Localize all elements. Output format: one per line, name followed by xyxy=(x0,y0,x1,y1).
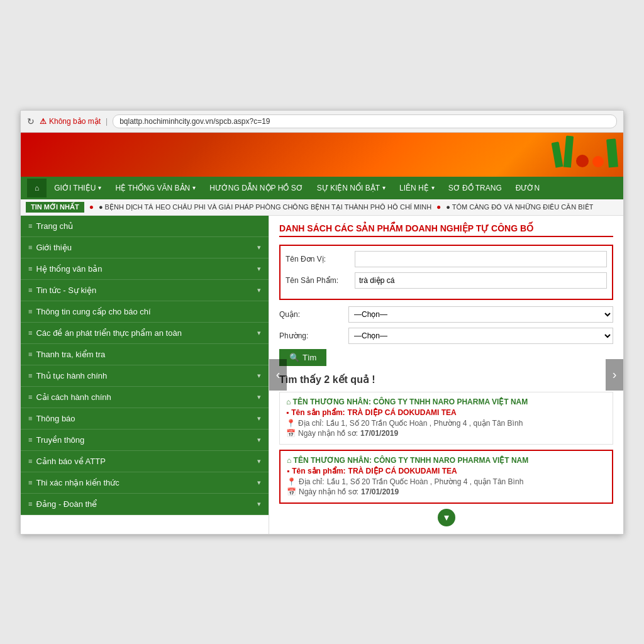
sidebar-item-truyen-thong[interactable]: ≡ Truyền thông ▾ xyxy=(21,430,269,451)
sidebar-item-cai-cach[interactable]: ≡ Cải cách hành chính ▾ xyxy=(21,387,269,408)
expand-arrow-icon: ▾ xyxy=(257,372,261,380)
sidebar-item-thu-tuc[interactable]: ≡ Thủ tục hành chính ▾ xyxy=(21,365,269,387)
sidebar-item-gioi-thieu[interactable]: ≡ Giới thiệu ▾ xyxy=(21,237,269,258)
refresh-button[interactable]: ↻ xyxy=(27,116,35,126)
home-icon-result: ⌂ xyxy=(286,397,293,406)
nav-label: SỰ KIỆN NỔI BẬT xyxy=(317,184,380,192)
sidebar-item-thong-bao[interactable]: ≡ Thông báo ▾ xyxy=(21,408,269,430)
result-date-1: 📅 Ngày nhận hồ sơ: 17/01/2019 xyxy=(286,429,606,438)
result-merchant-2: ⌂ TÊN THƯƠNG NHÂN: CÔNG TY TNHH NARO PHA… xyxy=(287,456,606,465)
sidebar-item-label: Thủ tục hành chính xyxy=(36,371,107,380)
quan-label: Quận: xyxy=(279,310,348,319)
sidebar-item-canh-bao[interactable]: ≡ Cảnh báo về ATTP ▾ xyxy=(21,451,269,472)
merchant-name-2: CÔNG TY TNHH NARO PHARMA VIỆT NAM xyxy=(374,456,528,465)
nav-bar: ⌂ GIỚI THIỆU ▾ HỆ THỐNG VĂN BẢN ▾ HƯỚNG … xyxy=(21,177,623,199)
sidebar-item-label: Thông báo xyxy=(36,414,75,423)
date-value-2: 17/01/2019 xyxy=(361,487,399,496)
nav-arrow: ▾ xyxy=(431,184,435,191)
sidebar-item-thi-xac-nhan[interactable]: ≡ Thi xác nhận kiến thức ▾ xyxy=(21,472,269,494)
nav-he-thong-van-ban[interactable]: HỆ THỐNG VĂN BẢN ▾ xyxy=(109,179,202,197)
product-icon-2: ▪ xyxy=(287,467,289,475)
result-address-1: 📍 Địa chỉ: Lầu 1, Số 20 Trần Quốc Hoàn ,… xyxy=(286,419,606,428)
menu-icon: ≡ xyxy=(28,414,32,422)
nav-label: GIỚI THIỆU xyxy=(54,184,96,192)
nav-home[interactable]: ⌂ xyxy=(27,179,47,197)
phuong-select[interactable]: —Chọn— xyxy=(348,328,613,344)
nav-lien-he[interactable]: LIÊN HỆ ▾ xyxy=(393,179,441,197)
menu-icon: ≡ xyxy=(28,243,32,251)
sidebar-item-left: ≡ Truyền thông xyxy=(28,435,84,445)
sidebar-item-left: ≡ Các đề án phát triển thực phẩm an toàn xyxy=(28,328,182,338)
expand-arrow-icon: ▾ xyxy=(257,265,261,273)
sidebar-item-tin-tuc[interactable]: ≡ Tin tức - Sự kiện ▾ xyxy=(21,280,269,301)
sidebar-item-label: Giới thiệu xyxy=(36,243,71,252)
sidebar-item-thanh-tra[interactable]: ≡ Thanh tra, kiểm tra xyxy=(21,344,269,365)
menu-icon: ≡ xyxy=(28,479,32,486)
menu-icon: ≡ xyxy=(28,372,32,379)
sidebar-item-trang-chu[interactable]: ≡ Trang chủ xyxy=(21,216,269,237)
ticker-dot-2: ● xyxy=(436,203,441,211)
merchant-name-1: CÔNG TY TNHH NARO PHARMA VIỆT NAM xyxy=(373,397,528,406)
sidebar-item-de-an[interactable]: ≡ Các đề án phát triển thực phẩm an toàn… xyxy=(21,323,269,344)
ticker-label: TIN MỚI NHẤT xyxy=(26,202,84,213)
menu-icon: ≡ xyxy=(28,265,32,272)
nav-huong-dan[interactable]: HƯỚNG DẪN NỘP HỒ SƠ xyxy=(203,179,309,197)
phuong-label: Phường: xyxy=(279,331,348,340)
sidebar-item-label: Thông tin cung cấp cho báo chí xyxy=(36,307,150,316)
nav-arrow: ▾ xyxy=(192,184,196,191)
sidebar-item-thong-tin[interactable]: ≡ Thông tin cung cấp cho báo chí xyxy=(21,301,269,323)
result-card-1[interactable]: ⌂ TÊN THƯƠNG NHÂN: CÔNG TY TNHH NARO PHA… xyxy=(279,392,613,445)
sidebar-item-label: Hệ thống văn bản xyxy=(36,264,102,274)
nav-label: HỆ THỐNG VĂN BẢN xyxy=(115,184,190,192)
nav-label: SƠ ĐỒ TRANG xyxy=(448,184,502,192)
sidebar-item-dang-doan[interactable]: ≡ Đảng - Đoàn thể ▾ xyxy=(21,494,269,515)
search-form: Tên Đơn Vị: Tên Sản Phẩm: xyxy=(279,245,613,300)
sidebar-item-left: ≡ Hệ thống văn bản xyxy=(28,264,102,274)
ticker-item-1: ● BỆNH DỊCH TẢ HEO CHÂU PHI VÀ GIẢI PHÁP… xyxy=(99,203,431,211)
san-pham-input[interactable] xyxy=(355,272,607,289)
nav-gioi-thieu[interactable]: GIỚI THIỆU ▾ xyxy=(48,179,108,197)
sidebar-item-left: ≡ Giới thiệu xyxy=(28,243,72,252)
expand-arrow-icon: ▾ xyxy=(257,414,261,423)
nav-arrow: ▾ xyxy=(382,184,386,191)
sidebar-item-label: Cảnh báo về ATTP xyxy=(36,457,105,466)
result-card-2[interactable]: ⌂ TÊN THƯƠNG NHÂN: CÔNG TY TNHH NARO PHA… xyxy=(279,450,613,504)
result-product-2: ▪ Tên sản phẩm: TRÀ DIỆP CÁ DOKUDAMI TEA xyxy=(287,467,606,475)
load-more-button[interactable]: ▾ xyxy=(438,509,455,526)
menu-icon: ≡ xyxy=(28,329,32,336)
don-vi-input[interactable] xyxy=(355,251,607,267)
sidebar-item-label: Các đề án phát triển thực phẩm an toàn xyxy=(36,328,181,338)
menu-icon: ≡ xyxy=(28,222,32,230)
sidebar-item-he-thong-van-ban[interactable]: ≡ Hệ thống văn bản ▾ xyxy=(21,258,269,280)
sidebar-item-left: ≡ Thi xác nhận kiến thức xyxy=(28,478,119,487)
result-address-2: 📍 Địa chỉ: Lầu 1, Số 20 Trần Quốc Hoàn ,… xyxy=(287,477,606,486)
nav-so-do[interactable]: SƠ ĐỒ TRANG xyxy=(442,179,508,197)
browser-window: ↻ ⚠ Không bảo mật | bqlattp.hochiminhcit… xyxy=(20,110,624,535)
expand-arrow-icon: ▾ xyxy=(257,436,261,444)
sidebar-item-label: Tin tức - Sự kiện xyxy=(36,286,96,295)
carousel-left-button[interactable]: ‹ xyxy=(269,359,287,391)
result-product-1: ▪ Tên sản phẩm: TRÀ DIỆP CÁ DOKUDAMI TEA xyxy=(286,408,606,417)
menu-icon: ≡ xyxy=(28,436,32,443)
result-date-2: 📅 Ngày nhận hồ sơ: 17/01/2019 xyxy=(287,487,606,496)
nav-su-kien[interactable]: SỰ KIỆN NỔI BẬT ▾ xyxy=(311,179,392,197)
date-label-1: Ngày nhận hồ sơ: xyxy=(298,429,358,438)
section-title: DANH SÁCH CÁC SẢN PHẨM DOANH NGHIỆP TỰ C… xyxy=(279,223,613,237)
content-area: DANH SÁCH CÁC SẢN PHẨM DOANH NGHIỆP TỰ C… xyxy=(269,216,623,534)
nav-label: HƯỚNG DẪN NỘP HỒ SƠ xyxy=(209,184,303,192)
nav-duong[interactable]: ĐƯỜN xyxy=(509,179,546,197)
expand-arrow-icon: ▾ xyxy=(257,243,261,252)
product-name-2: TRÀ DIỆP CÁ DOKUDAMI TEA xyxy=(348,467,457,475)
pin-icon-1: 📍 xyxy=(286,419,296,428)
sidebar-item-label: Đảng - Đoàn thể xyxy=(36,499,97,509)
separator: | xyxy=(106,117,108,126)
search-button-label: Tìm xyxy=(303,353,316,362)
expand-arrow-icon: ▾ xyxy=(257,393,261,401)
quan-select[interactable]: —Chọn— xyxy=(348,306,613,323)
address-bar[interactable]: bqlattp.hochiminhcity.gov.vn/spcb.aspx?c… xyxy=(113,114,617,128)
product-label-1: Tên sản phẩm: xyxy=(291,408,345,417)
sidebar-item-left: ≡ Tin tức - Sự kiện xyxy=(28,286,96,295)
cal-icon-1: 📅 xyxy=(286,429,296,438)
sidebar-item-left: ≡ Thông báo xyxy=(28,414,75,423)
carousel-right-button[interactable]: › xyxy=(606,359,623,391)
